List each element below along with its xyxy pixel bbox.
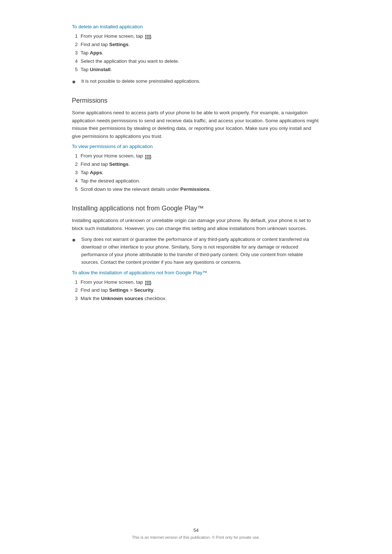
apps-grid-icon	[145, 34, 151, 38]
svg-rect-4	[145, 37, 146, 38]
svg-rect-5	[147, 37, 148, 38]
view-permissions-steps: 1 From your Home screen, tap . 2 Find an…	[72, 152, 320, 194]
svg-rect-28	[145, 282, 146, 283]
svg-rect-26	[148, 281, 150, 282]
note-text: Sony does not warrant or guarantee the p…	[81, 236, 320, 266]
svg-rect-21	[147, 158, 148, 159]
page-footer: 54 This is an Internet version of this p…	[0, 528, 392, 539]
svg-rect-12	[145, 155, 146, 156]
permissions-body: Some applications need to access parts o…	[72, 109, 320, 140]
svg-rect-9	[147, 38, 148, 39]
delete-app-section: To delete an installed application 1 Fro…	[72, 24, 320, 86]
list-item: 1 From your Home screen, tap .	[72, 278, 320, 287]
allow-install-steps: 1 From your Home screen, tap . 2 Find an…	[72, 278, 320, 303]
list-item: 3 Tap Apps.	[72, 169, 320, 177]
list-item: 1 From your Home screen, tap .	[72, 152, 320, 160]
delete-app-steps: 1 From your Home screen, tap . 2 Find an…	[72, 32, 320, 74]
apps-grid-icon	[145, 154, 151, 158]
page-container: To delete an installed application 1 Fro…	[0, 0, 392, 554]
svg-rect-22	[148, 158, 150, 159]
list-item: 4 Tap the desired application.	[72, 177, 320, 185]
svg-rect-33	[147, 284, 148, 285]
installing-unknown-heading: Installing applications not from Google …	[72, 205, 320, 212]
svg-rect-24	[145, 281, 146, 282]
apps-grid-icon	[145, 280, 151, 284]
footer-text: This is an Internet version of this publ…	[0, 535, 392, 539]
allow-install-heading: To allow the installation of application…	[72, 270, 320, 275]
svg-rect-0	[145, 35, 146, 36]
svg-rect-30	[148, 282, 150, 283]
svg-rect-17	[147, 156, 148, 157]
list-item: 4 Select the application that you want t…	[72, 57, 320, 66]
svg-rect-23	[150, 158, 151, 159]
svg-rect-3	[150, 35, 151, 36]
svg-rect-31	[150, 282, 151, 283]
svg-rect-18	[148, 156, 150, 157]
note-text: It is not possible to delete some preins…	[81, 78, 320, 85]
svg-rect-19	[150, 156, 151, 157]
installing-unknown-body: Installing applications of unknown or un…	[72, 217, 320, 232]
svg-rect-13	[147, 155, 148, 156]
note-icon: ●	[72, 236, 78, 244]
installing-unknown-note: ● Sony does not warrant or guarantee the…	[72, 236, 320, 266]
delete-app-heading: To delete an installed application	[72, 24, 320, 29]
svg-rect-6	[148, 37, 150, 38]
svg-rect-25	[147, 281, 148, 282]
svg-rect-29	[147, 282, 148, 283]
svg-rect-11	[150, 38, 151, 39]
svg-rect-10	[148, 38, 150, 39]
svg-rect-16	[145, 156, 146, 157]
svg-rect-27	[150, 281, 151, 282]
svg-rect-14	[148, 155, 150, 156]
list-item: 5 Tap Uninstall.	[72, 66, 320, 74]
installing-unknown-section: Installing applications not from Google …	[72, 205, 320, 303]
delete-app-note: ● It is not possible to delete some prei…	[72, 78, 320, 86]
view-permissions-heading: To view permissions of an application	[72, 144, 320, 149]
note-icon: ●	[72, 78, 78, 86]
list-item: 2 Find and tap Settings.	[72, 41, 320, 49]
svg-rect-32	[145, 284, 146, 285]
list-item: 3 Tap Apps.	[72, 49, 320, 57]
list-item: 1 From your Home screen, tap .	[72, 32, 320, 41]
page-number: 54	[0, 528, 392, 533]
svg-rect-35	[150, 284, 151, 285]
svg-rect-2	[148, 35, 150, 36]
permissions-heading: Permissions	[72, 97, 320, 104]
list-item: 2 Find and tap Settings > Security.	[72, 286, 320, 295]
list-item: 5 Scroll down to view the relevant detai…	[72, 185, 320, 194]
svg-rect-34	[148, 284, 150, 285]
svg-rect-15	[150, 155, 151, 156]
svg-rect-7	[150, 37, 151, 38]
svg-rect-8	[145, 38, 146, 39]
svg-rect-20	[145, 158, 146, 159]
list-item: 3 Mark the Unknown sources checkbox.	[72, 295, 320, 303]
svg-rect-1	[147, 35, 148, 36]
list-item: 2 Find and tap Settings.	[72, 160, 320, 169]
permissions-section: Permissions Some applications need to ac…	[72, 97, 320, 194]
